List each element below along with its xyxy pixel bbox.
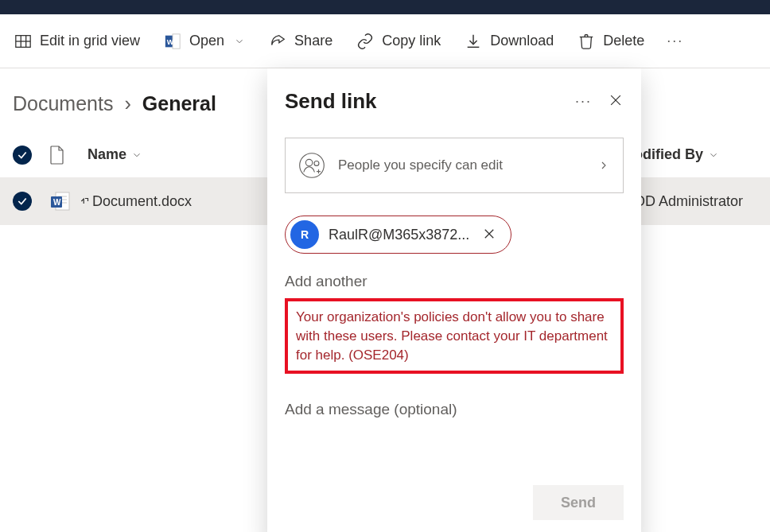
people-icon bbox=[298, 152, 325, 179]
chevron-right-icon: › bbox=[124, 92, 130, 115]
recipient-email: RaulR@M365x3872... bbox=[329, 227, 469, 243]
error-callout: Your organization's policies don't allow… bbox=[285, 298, 624, 374]
svg-rect-5 bbox=[173, 33, 180, 48]
share-label: Share bbox=[294, 33, 332, 49]
copy-link-label: Copy link bbox=[382, 33, 441, 49]
breadcrumb-root[interactable]: Documents bbox=[13, 92, 113, 115]
file-name[interactable]: Document.docx bbox=[92, 193, 192, 210]
copy-link-button[interactable]: Copy link bbox=[347, 25, 450, 57]
svg-point-17 bbox=[300, 153, 325, 178]
trash-icon bbox=[578, 33, 595, 50]
remove-recipient-button[interactable] bbox=[479, 223, 500, 247]
grid-icon bbox=[14, 33, 32, 50]
file-type-icon bbox=[49, 146, 65, 165]
link-settings-button[interactable]: People you specify can edit bbox=[285, 138, 624, 193]
panel-title: Send link bbox=[285, 89, 377, 114]
command-bar: Edit in grid view W Open Share Copy link… bbox=[0, 14, 770, 68]
more-icon: ··· bbox=[667, 33, 683, 49]
chevron-down-icon bbox=[234, 36, 245, 47]
send-button[interactable]: Send bbox=[533, 485, 624, 520]
svg-text:W: W bbox=[53, 198, 61, 207]
app-top-bar bbox=[0, 0, 770, 14]
edit-in-grid-button[interactable]: Edit in grid view bbox=[5, 25, 150, 57]
error-text: Your organization's policies don't allow… bbox=[296, 308, 612, 364]
download-label: Download bbox=[490, 33, 554, 49]
open-button[interactable]: W Open bbox=[154, 25, 255, 57]
chevron-down-icon bbox=[708, 150, 719, 161]
close-icon bbox=[482, 227, 496, 241]
row-selected-indicator[interactable] bbox=[13, 192, 32, 211]
download-icon bbox=[465, 33, 482, 50]
open-label: Open bbox=[189, 33, 224, 49]
chevron-right-icon bbox=[597, 159, 610, 172]
word-icon: W bbox=[164, 33, 181, 50]
svg-text:W: W bbox=[167, 37, 174, 45]
share-icon bbox=[269, 33, 286, 50]
more-actions-button[interactable]: ··· bbox=[659, 25, 691, 57]
add-another-input[interactable]: Add another bbox=[285, 273, 624, 297]
download-button[interactable]: Download bbox=[455, 25, 563, 57]
edit-in-grid-label: Edit in grid view bbox=[40, 33, 140, 49]
more-icon: ··· bbox=[575, 93, 592, 109]
svg-point-18 bbox=[305, 159, 313, 166]
share-button[interactable]: Share bbox=[259, 25, 342, 57]
message-input[interactable]: Add a message (optional) bbox=[285, 401, 624, 418]
recipient-avatar: R bbox=[290, 220, 319, 249]
panel-more-button[interactable]: ··· bbox=[575, 93, 592, 110]
recipient-pill: R RaulR@M365x3872... bbox=[285, 216, 511, 254]
link-icon bbox=[356, 33, 374, 50]
word-file-icon: W bbox=[49, 190, 72, 212]
delete-button[interactable]: Delete bbox=[568, 25, 654, 57]
send-link-panel: Send link ··· People you specify can edi… bbox=[267, 68, 641, 532]
checked-out-icon bbox=[80, 196, 91, 207]
panel-close-button[interactable] bbox=[608, 92, 624, 111]
permission-text: People you specify can edit bbox=[338, 157, 585, 173]
delete-label: Delete bbox=[603, 33, 644, 49]
name-column-header[interactable]: Name bbox=[88, 146, 142, 163]
breadcrumb-current: General bbox=[142, 92, 216, 115]
svg-point-19 bbox=[314, 161, 319, 165]
close-icon bbox=[608, 92, 624, 108]
chevron-down-icon bbox=[131, 150, 142, 161]
select-all-toggle[interactable] bbox=[13, 146, 32, 165]
modified-by-column-header[interactable]: Modified By bbox=[622, 146, 757, 163]
